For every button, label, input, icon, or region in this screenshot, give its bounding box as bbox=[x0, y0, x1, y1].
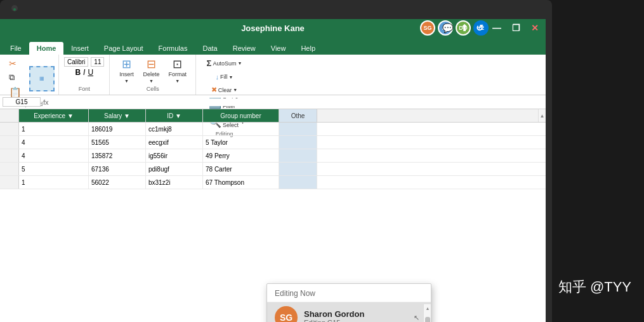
tab-insert[interactable]: Insert bbox=[63, 42, 96, 55]
font-size[interactable]: 11 bbox=[91, 57, 104, 67]
cell-sal-4[interactable]: 67136 bbox=[89, 163, 146, 175]
col-I[interactable]: Experience ▼ bbox=[19, 109, 89, 122]
cell-grp-5[interactable]: 67 Thompson bbox=[203, 176, 279, 189]
cell-id-1[interactable]: cc1mkj8 bbox=[146, 123, 203, 135]
cursor-icon: ↖ bbox=[414, 314, 419, 322]
font-buttons: Calibri 11 B I U bbox=[64, 57, 104, 84]
cells-buttons: ⊞ Insert ▼ ⊟ Delete ▼ ⊡ Format ▼ bbox=[115, 57, 190, 84]
editing-popup-header: Editing Now bbox=[267, 284, 431, 302]
cell-oth-4[interactable] bbox=[279, 163, 317, 175]
screen-area: Josephine Kane SG JS DO +2 💬 ⬆ ↺ — ❐ ✕ F… bbox=[0, 19, 546, 322]
formula-fx: fx bbox=[43, 98, 49, 106]
underline-button[interactable]: U bbox=[88, 68, 93, 77]
cell-sal-2[interactable]: 51565 bbox=[89, 136, 146, 149]
tab-formulas[interactable]: Formulas bbox=[151, 42, 195, 55]
font-name[interactable]: Calibri bbox=[64, 57, 88, 67]
column-headers: Experience ▼ Salary ▼ ID ▼ Group number … bbox=[0, 109, 546, 123]
cell-grp-1[interactable] bbox=[203, 123, 279, 135]
tab-file[interactable]: File bbox=[3, 42, 29, 55]
cell-oth-2[interactable] bbox=[279, 136, 317, 149]
cell-oth-1[interactable] bbox=[279, 123, 317, 135]
col-K[interactable]: ID ▼ bbox=[146, 109, 203, 122]
group-editing: Σ AutoSum ▼ ↓ Fill ▼ bbox=[196, 55, 253, 95]
cell-id-4[interactable]: pdi8ugf bbox=[146, 163, 203, 175]
spreadsheet-area: Experience ▼ Salary ▼ ID ▼ Group number … bbox=[0, 109, 546, 189]
cell-id-3[interactable]: ig556ir bbox=[146, 149, 203, 162]
tab-view[interactable]: View bbox=[263, 42, 294, 55]
tab-data[interactable]: Data bbox=[195, 42, 225, 55]
clear-button[interactable]: ✖ Clear ▼ bbox=[209, 84, 240, 95]
cut-button[interactable]: ✂ bbox=[6, 57, 24, 70]
format-button[interactable]: ⊡ Format ▼ bbox=[164, 57, 190, 84]
row-num bbox=[0, 176, 19, 189]
corner-cell bbox=[0, 109, 19, 122]
autosum-button[interactable]: Σ AutoSum ▼ bbox=[204, 57, 245, 69]
insert-button[interactable]: ⊞ Insert ▼ bbox=[115, 57, 138, 84]
formula-input[interactable] bbox=[51, 98, 543, 106]
scroll-top-arrow[interactable]: ▲ bbox=[538, 109, 546, 122]
row-num bbox=[0, 149, 19, 162]
cell-grp-2[interactable]: 5 Taylor bbox=[203, 136, 279, 149]
copy-button[interactable]: ⧉ bbox=[6, 71, 24, 84]
app-title: Josephine Kane bbox=[241, 23, 305, 33]
col-L[interactable]: Group number bbox=[203, 109, 279, 122]
cell-sal-5[interactable]: 56022 bbox=[89, 176, 146, 189]
fill-button[interactable]: ↓ Fill ▼ bbox=[213, 72, 236, 82]
tab-review[interactable]: Review bbox=[225, 42, 263, 55]
paste-preview[interactable]: ▦ bbox=[29, 66, 55, 91]
avatar-1[interactable]: SG bbox=[420, 20, 435, 36]
sharon-info: Sharon Gordon Editing G15 bbox=[304, 309, 364, 323]
bold-button[interactable]: B bbox=[75, 68, 81, 77]
row-num bbox=[0, 136, 19, 149]
chat-icon[interactable]: 💬 bbox=[442, 23, 453, 33]
group-clipboard: ✂ ⧉ 📋 ▦ Clipboard bbox=[3, 55, 59, 95]
restore-button[interactable]: ❐ bbox=[510, 22, 522, 34]
scroll-up-arrow[interactable]: ▲ bbox=[425, 305, 430, 311]
device-frame: Josephine Kane SG JS DO +2 💬 ⬆ ↺ — ❐ ✕ F… bbox=[0, 0, 552, 322]
delete-button[interactable]: ⊟ Delete ▼ bbox=[139, 57, 163, 84]
share-icon[interactable]: ⬆ bbox=[461, 23, 468, 33]
attribution-text: 知乎 @TYY bbox=[558, 278, 631, 297]
avatar-sharon: SG bbox=[275, 306, 298, 322]
table-row: 4 135872 ig556ir 49 Perry bbox=[0, 149, 546, 163]
cell-oth-3[interactable] bbox=[279, 149, 317, 162]
clipboard-buttons: ✂ ⧉ 📋 ▦ bbox=[6, 57, 55, 100]
cell-exp-1[interactable]: 1 bbox=[19, 123, 89, 135]
col-other[interactable]: Othe bbox=[279, 109, 317, 122]
cell-exp-3[interactable]: 4 bbox=[19, 149, 89, 162]
history-icon[interactable]: ↺ bbox=[476, 23, 483, 33]
sharon-cell: Editing G15 bbox=[304, 319, 364, 323]
formula-bar: fx bbox=[0, 95, 546, 109]
ribbon-content: ✂ ⧉ 📋 ▦ Clipboard bbox=[0, 55, 546, 95]
table-row: 1 186019 cc1mkj8 bbox=[0, 123, 546, 136]
editing-user-1[interactable]: SG Sharon Gordon Editing G15 ↖ bbox=[267, 302, 431, 322]
cell-exp-2[interactable]: 4 bbox=[19, 136, 89, 149]
cell-grp-4[interactable]: 78 Carter bbox=[203, 163, 279, 175]
title-bar-actions: 💬 ⬆ ↺ — ❐ ✕ bbox=[442, 22, 541, 34]
popup-scrollbar[interactable]: ▲ ▼ bbox=[423, 304, 431, 322]
cell-oth-5[interactable] bbox=[279, 176, 317, 189]
insert-label: Insert bbox=[119, 71, 134, 77]
scroll-thumb bbox=[425, 317, 430, 322]
close-button[interactable]: ✕ bbox=[529, 22, 541, 34]
title-bar: Josephine Kane SG JS DO +2 💬 ⬆ ↺ — ❐ ✕ bbox=[0, 19, 546, 37]
cell-grp-3[interactable]: 49 Perry bbox=[203, 149, 279, 162]
tab-page-layout[interactable]: Page Layout bbox=[96, 42, 151, 55]
cell-exp-4[interactable]: 5 bbox=[19, 163, 89, 175]
cell-id-2[interactable]: eecgxif bbox=[146, 136, 203, 149]
group-cells: ⊞ Insert ▼ ⊟ Delete ▼ ⊡ Format ▼ bbox=[110, 55, 196, 95]
format-icon: ⊡ bbox=[173, 58, 182, 70]
col-J[interactable]: Salary ▼ bbox=[89, 109, 146, 122]
minimize-button[interactable]: — bbox=[491, 22, 503, 34]
row-num bbox=[0, 123, 19, 135]
tab-home[interactable]: Home bbox=[29, 42, 64, 55]
name-box[interactable] bbox=[3, 97, 41, 107]
editing-popup: Editing Now ▲ ▼ SG Sharon Gordon Editing bbox=[266, 283, 431, 322]
cell-id-5[interactable]: bx31z2i bbox=[146, 176, 203, 189]
italic-button[interactable]: I bbox=[83, 68, 85, 77]
cell-exp-5[interactable]: 1 bbox=[19, 176, 89, 189]
cell-sal-3[interactable]: 135872 bbox=[89, 149, 146, 162]
tab-help[interactable]: Help bbox=[293, 42, 323, 55]
cell-sal-1[interactable]: 186019 bbox=[89, 123, 146, 135]
row-num bbox=[0, 163, 19, 175]
